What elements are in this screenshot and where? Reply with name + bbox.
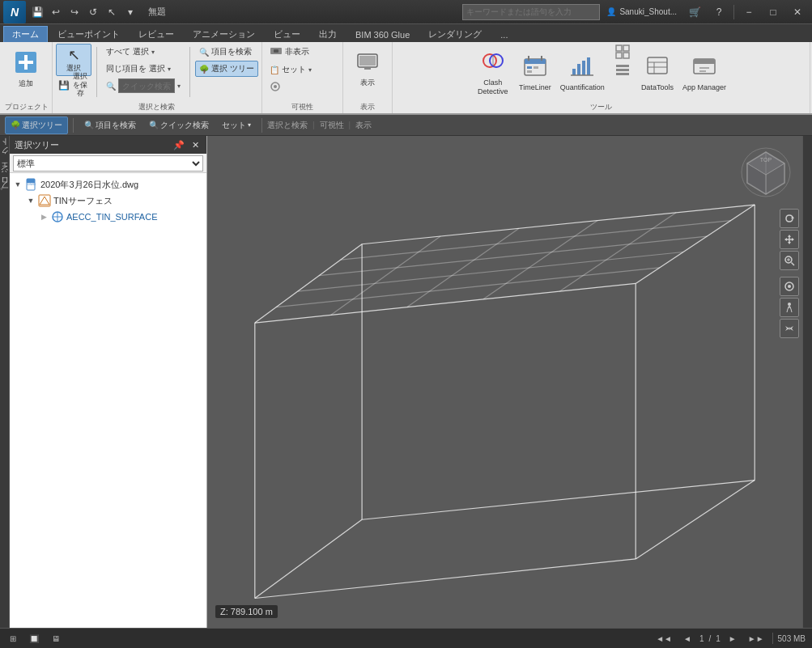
select-same-arrow: ▾ (168, 66, 171, 73)
main-layout: プロジェクト 選択ツリー 📌 ✕ 標準 ▼ DWG (0, 136, 812, 628)
tab-rendering[interactable]: レンダリング (419, 26, 491, 42)
pan-btn[interactable] (780, 230, 799, 249)
quick-search-input[interactable] (118, 78, 175, 93)
status-icon-grid[interactable]: ⊞ (6, 631, 19, 646)
status-icon-rect[interactable]: 🔲 (26, 631, 42, 646)
tool-icon-1[interactable] (610, 44, 635, 60)
vis-extra-btn[interactable] (266, 79, 316, 95)
find-items-btn[interactable]: 🔍 項目を検索 (195, 44, 258, 60)
tab-viewpoint[interactable]: ビューポイント (49, 26, 129, 42)
qa-dropdown[interactable]: ▾ (122, 4, 138, 20)
qa-cursor[interactable]: ↖ (104, 4, 120, 20)
nav-prev-btn[interactable]: ◄ (680, 631, 695, 646)
set-btn[interactable]: 📋 セット ▾ (266, 61, 316, 78)
quantification-icon (569, 53, 595, 82)
quick-search-btn[interactable]: 🔍 ▾ (102, 78, 185, 94)
display-btn[interactable]: 表示 (346, 44, 389, 94)
page-current: 1 (699, 634, 704, 643)
nav-first-btn[interactable]: ◄◄ (653, 631, 675, 646)
zoom-btn[interactable] (780, 251, 799, 270)
nav-next-btn[interactable]: ► (725, 631, 740, 646)
clash-detective-btn[interactable]: ClashDetective (474, 44, 512, 100)
qa-undo[interactable]: ↩ (48, 4, 64, 20)
tab-bim360[interactable]: BIM 360 Glue (346, 26, 419, 42)
svg-rect-2 (19, 61, 33, 64)
tree-panel-title: 選択ツリー (15, 139, 59, 151)
select-group-content: ↖ 選択 💾 選択を保存 すべて 選択 ▾ 同じ項目を 選択 ▾ (56, 44, 258, 100)
project-group-content: 追加 (5, 44, 49, 100)
qa-save[interactable]: 💾 (29, 4, 45, 20)
datatools-btn[interactable]: DataTools (638, 44, 677, 100)
expand-aecc[interactable]: ▶ (39, 212, 49, 222)
svg-rect-28 (616, 65, 629, 67)
tool-icon-2[interactable] (610, 61, 635, 78)
look-around-btn[interactable] (780, 277, 799, 296)
fly-btn[interactable] (780, 319, 799, 338)
tab-animation[interactable]: アニメーション (184, 26, 264, 42)
svg-rect-8 (359, 56, 376, 66)
tree-dropdown-select[interactable]: 標準 (13, 155, 203, 172)
sidebar-project-label[interactable]: プロジェクト (0, 136, 12, 203)
tree-item-dwg[interactable]: ▼ DWG 2020年3月26日水位.dwg (10, 176, 206, 193)
status-sep1 (772, 633, 773, 644)
walk-btn[interactable] (780, 298, 799, 317)
tree-item-aecc[interactable]: ▶ AECC_TIN_SURFACE (10, 209, 206, 225)
quick-search-icon: 🔍 (106, 82, 116, 91)
tree-item-tin[interactable]: ▼ TINサーフェス (10, 193, 206, 209)
viewport[interactable]: TOP (207, 136, 802, 628)
qa-redo[interactable]: ↪ (66, 4, 83, 20)
status-bar-right: ◄◄ ◄ 1 / 1 ► ►► 503 MB (653, 631, 806, 646)
svg-marker-58 (792, 238, 794, 241)
tab-home[interactable]: ホーム (3, 26, 48, 42)
find-items-sec-btn[interactable]: 🔍 項目を検索 (79, 116, 142, 134)
hide-icon (270, 44, 283, 59)
qa-refresh[interactable]: ↺ (85, 4, 101, 20)
save-selection-btn[interactable]: 💾 選択を保存 (56, 78, 91, 92)
nav-last-btn[interactable]: ►► (745, 631, 767, 646)
select-label: 選択 (66, 64, 81, 73)
set-sec-btn[interactable]: セット ▾ (216, 116, 257, 134)
close-btn[interactable]: ✕ (786, 4, 809, 20)
expand-dwg[interactable]: ▼ (13, 180, 23, 189)
svg-point-6 (274, 85, 277, 88)
icon-dwg: DWG (25, 178, 38, 191)
status-bar: ⊞ 🔲 🖥 ◄◄ ◄ 1 / 1 ► ►► 503 MB (0, 628, 812, 648)
sep2 (189, 47, 190, 97)
add-btn[interactable]: 追加 (5, 44, 47, 94)
timeliner-btn[interactable]: TimeLiner (516, 44, 555, 100)
svg-rect-17 (534, 66, 538, 69)
appmanager-btn[interactable]: App Manager (680, 44, 729, 100)
sec-label-search: 選択と検索 (267, 120, 308, 131)
quick-search-sec-btn[interactable]: 🔍 クイック検索 (143, 116, 215, 134)
select-all-label: すべて 選択 (106, 46, 149, 57)
sec-group-3: 選択と検索 | 可視性 | 表示 (267, 120, 372, 131)
global-search-input[interactable] (462, 4, 600, 20)
selection-tree-btn[interactable]: 🌳 選択 ツリー (195, 61, 258, 77)
set-arrow: ▾ (308, 66, 312, 74)
quantification-btn[interactable]: Quantification (558, 44, 607, 100)
tree-dropdown: 標準 (10, 154, 206, 173)
aecc-label: AECC_TIN_SURFACE (66, 212, 157, 222)
tab-view[interactable]: ビュー (265, 26, 309, 42)
pin-btn[interactable]: 📌 (172, 138, 185, 151)
panel-close-btn[interactable]: ✕ (189, 138, 202, 151)
status-icon-monitor[interactable]: 🖥 (49, 631, 63, 646)
selection-tree-sec-btn[interactable]: 🌳 選択ツリー (5, 116, 68, 134)
minimize-btn[interactable]: − (738, 4, 760, 20)
restore-btn[interactable]: □ (762, 4, 784, 20)
tab-output[interactable]: 出力 (310, 26, 346, 42)
svg-rect-4 (274, 49, 278, 53)
help-btn[interactable]: ? (708, 4, 730, 20)
quick-search-sec-label: クイック検索 (160, 120, 209, 131)
ribbon-panel: 追加 プロジェクト ↖ 選択 💾 選択を保存 すべて 選択 (0, 42, 812, 115)
tab-review[interactable]: レビュー (130, 26, 183, 42)
select-group-label: 選択と検索 (56, 100, 258, 112)
orbit-btn[interactable] (780, 209, 799, 228)
select-same-btn[interactable]: 同じ項目を 選択 ▾ (102, 61, 185, 77)
select-all-btn[interactable]: すべて 選択 ▾ (102, 44, 185, 60)
cart-icon-btn[interactable]: 🛒 (683, 4, 706, 20)
tab-extra[interactable]: ... (491, 26, 517, 42)
hide-btn[interactable]: 非表示 (266, 44, 316, 60)
navigation-cube[interactable]: TOP (738, 144, 794, 201)
expand-tin[interactable]: ▼ (26, 196, 36, 205)
